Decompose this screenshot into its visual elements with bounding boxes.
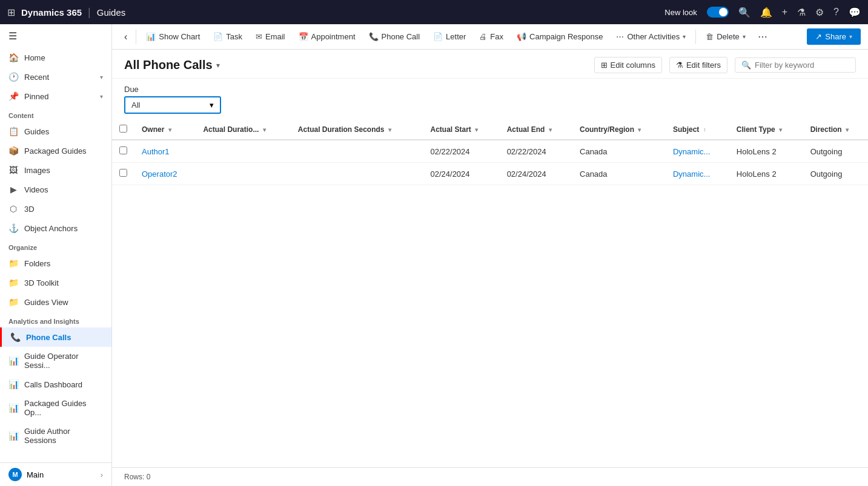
app-module: Guides [97, 7, 126, 18]
sidebar-item-recent[interactable]: 🕐 Recent ▾ [0, 67, 111, 87]
sidebar-item-folders[interactable]: 📁 Folders [0, 254, 111, 273]
sidebar-item-label: Home [24, 53, 45, 62]
app-grid-icon[interactable]: ⊞ [7, 7, 15, 18]
sidebar-item-label: Guide Operator Sessi... [24, 352, 103, 370]
campaign-response-button[interactable]: 📢 Campaign Response [511, 29, 609, 44]
sidebar: ☰ 🏠 Home 🕐 Recent ▾ 📌 Pinned ▾ Content 📋… [0, 24, 112, 486]
checkbox-col-header[interactable] [112, 120, 134, 140]
email-icon: ✉ [256, 32, 262, 41]
row-checkbox-cell[interactable] [112, 163, 134, 185]
row-subject: Dynamic... [666, 140, 729, 163]
sidebar-item-calls-dashboard[interactable]: 📊 Calls Dashboard [0, 375, 111, 394]
plus-icon[interactable]: + [782, 7, 787, 18]
sidebar-item-pinned[interactable]: 📌 Pinned ▾ [0, 87, 111, 106]
sidebar-item-packaged-guides[interactable]: 📦 Packaged Guides [0, 141, 111, 160]
share-dropdown-arrow: ▾ [849, 33, 852, 40]
sidebar-item-guide-author-sessions[interactable]: 📊 Guide Author Sessions [0, 422, 111, 450]
page-header: All Phone Calls ▾ ⊞ Edit columns ⚗ Edit … [112, 50, 868, 79]
campaign-icon: 📢 [517, 32, 526, 41]
row-checkbox[interactable] [119, 169, 127, 177]
sidebar-item-label: Recent [24, 73, 49, 82]
share-button[interactable]: ↗ Share ▾ [807, 28, 861, 45]
other-activities-button[interactable]: ⋯ Other Activities ▾ [610, 29, 692, 44]
row-checkbox[interactable] [119, 146, 127, 154]
filter-icon[interactable]: ⚗ [797, 7, 806, 18]
fax-button[interactable]: 🖨 Fax [473, 29, 509, 44]
more-options-button[interactable]: ⋯ [753, 28, 772, 45]
sidebar-hamburger[interactable]: ☰ [0, 24, 111, 48]
due-select-value: All [131, 100, 140, 110]
row-actual-duration-seconds [291, 163, 423, 185]
sidebar-item-label: Videos [24, 185, 48, 194]
edit-columns-icon: ⊞ [601, 61, 608, 70]
sidebar-bottom-chevron: › [101, 470, 103, 479]
letter-button[interactable]: 📄 Letter [427, 29, 472, 44]
col-subject[interactable]: Subject ↑ [666, 120, 729, 140]
task-button[interactable]: 📄 Task [207, 29, 248, 44]
organize-section-title: Organize [0, 238, 111, 254]
filter-by-keyword[interactable]: 🔍 [735, 57, 856, 73]
chart-icon: 📊 [8, 379, 18, 389]
content-area: ‹ 📊 Show Chart 📄 Task ✉ Email 📅 Appointm… [112, 24, 868, 486]
col-actual-end-label: Actual End [507, 125, 545, 134]
settings-icon[interactable]: ⚙ [815, 7, 824, 18]
due-select[interactable]: All ▾ [124, 96, 221, 114]
show-chart-button[interactable]: 📊 Show Chart [140, 29, 206, 44]
toolbar-divider [136, 30, 136, 44]
page-title-chevron[interactable]: ▾ [216, 61, 220, 70]
select-all-checkbox[interactable] [119, 125, 127, 133]
sort-icon: ▾ [475, 126, 478, 133]
due-select-arrow: ▾ [210, 100, 214, 110]
filter-input[interactable] [755, 61, 849, 70]
col-direction[interactable]: Direction ▾ [803, 120, 868, 140]
col-actual-duration-abbr[interactable]: Actual Duratio... ▾ [196, 120, 290, 140]
back-button[interactable]: ‹ [119, 28, 132, 45]
row-actual-end: 02/22/2024 [500, 140, 572, 163]
row-actual-duration-abbr [196, 163, 290, 185]
help-icon[interactable]: ? [833, 7, 839, 18]
share-icon: ↗ [815, 32, 822, 41]
sidebar-item-phone-calls[interactable]: 📞 Phone Calls [0, 327, 111, 347]
delete-button[interactable]: 🗑 Delete ▾ [700, 29, 752, 44]
3d-icon: ⬡ [8, 204, 18, 214]
edit-filters-button[interactable]: ⚗ Edit filters [669, 57, 727, 73]
col-actual-end[interactable]: Actual End ▾ [500, 120, 572, 140]
edit-columns-button[interactable]: ⊞ Edit columns [594, 57, 662, 73]
search-icon[interactable]: 🔍 [738, 7, 750, 18]
due-filter-row: Due All ▾ [112, 79, 868, 120]
top-navigation: ⊞ Dynamics 365 | Guides New look 🔍 🔔 + ⚗… [0, 0, 868, 24]
sidebar-bottom-main[interactable]: M Main › [0, 462, 111, 486]
sidebar-item-videos[interactable]: ▶ Videos [0, 180, 111, 199]
images-icon: 🖼 [8, 165, 18, 175]
col-client-type[interactable]: Client Type ▾ [729, 120, 803, 140]
row-client-type: HoloLens 2 [729, 140, 803, 163]
sidebar-item-images[interactable]: 🖼 Images [0, 160, 111, 180]
sidebar-item-packaged-guides-op[interactable]: 📊 Packaged Guides Op... [0, 394, 111, 422]
col-owner-label: Owner [142, 125, 164, 134]
col-owner[interactable]: Owner ▾ [134, 120, 196, 140]
sidebar-item-object-anchors[interactable]: ⚓ Object Anchors [0, 218, 111, 238]
sidebar-item-3d[interactable]: ⬡ 3D [0, 199, 111, 218]
sidebar-item-guide-operator-sessions[interactable]: 📊 Guide Operator Sessi... [0, 347, 111, 375]
email-button[interactable]: ✉ Email [250, 29, 291, 44]
phone-call-button[interactable]: 📞 Phone Call [363, 29, 426, 44]
sidebar-item-3d-toolkit[interactable]: 📁 3D Toolkit [0, 273, 111, 292]
videos-icon: ▶ [8, 185, 18, 194]
sidebar-item-home[interactable]: 🏠 Home [0, 48, 111, 67]
chat-icon[interactable]: 💬 [849, 7, 861, 18]
col-actual-duration-seconds[interactable]: Actual Duration Seconds ▾ [291, 120, 423, 140]
bell-icon[interactable]: 🔔 [760, 7, 772, 18]
col-actual-start[interactable]: Actual Start ▾ [423, 120, 499, 140]
chart-icon: 📊 [8, 356, 18, 366]
sort-icon: ▾ [168, 126, 171, 133]
col-actual-start-label: Actual Start [430, 125, 471, 134]
campaign-label: Campaign Response [529, 32, 603, 41]
appointment-button[interactable]: 📅 Appointment [293, 29, 362, 44]
sidebar-item-guides-view[interactable]: 📁 Guides View [0, 292, 111, 312]
col-country-region[interactable]: Country/Region ▾ [572, 120, 666, 140]
row-country-region: Canada [572, 140, 666, 163]
due-label: Due [124, 85, 856, 94]
sidebar-item-guides[interactable]: 📋 Guides [0, 122, 111, 141]
new-look-toggle[interactable] [707, 7, 729, 18]
row-checkbox-cell[interactable] [112, 140, 134, 163]
